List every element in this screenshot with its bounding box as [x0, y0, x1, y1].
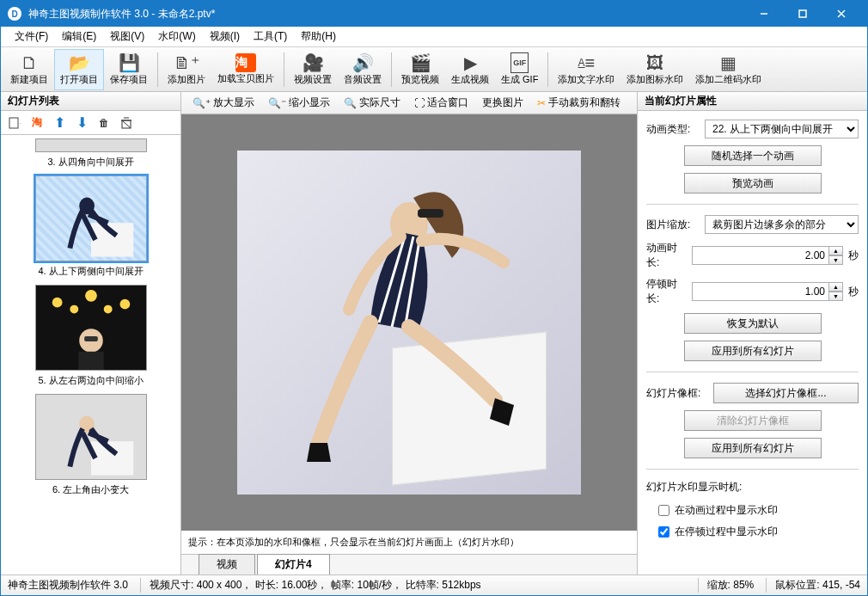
reset-default-button[interactable]: 恢复为默认 [684, 313, 822, 334]
svg-rect-1 [799, 10, 806, 17]
toolbar-separator [284, 52, 284, 87]
qrcode-watermark-button[interactable]: ▦添加二维码水印 [689, 49, 767, 90]
menu-file[interactable]: 文件(F) [8, 27, 55, 46]
center-panel: 🔍⁺放大显示 🔍⁻缩小显示 🔍实际尺寸 ⛶适合窗口 更换图片 ✂手动裁剪和翻转 [181, 92, 637, 574]
properties-title: 当前幻灯片属性 [638, 92, 867, 111]
minimize-button[interactable] [744, 1, 783, 27]
menubar: 文件(F) 编辑(E) 视图(V) 水印(W) 视频(I) 工具(T) 帮助(H… [1, 27, 867, 47]
menu-tools[interactable]: 工具(T) [247, 27, 294, 46]
maximize-button[interactable] [783, 1, 822, 27]
generate-gif-button[interactable]: GIF生成 GIF [495, 49, 544, 90]
manual-crop-button[interactable]: ✂手动裁剪和翻转 [531, 93, 627, 113]
fit-window-button[interactable]: ⛶适合窗口 [408, 93, 474, 113]
menu-video[interactable]: 视频(I) [203, 27, 247, 46]
slide-frame-label: 幻灯片像框: [646, 386, 708, 401]
spin-down-button[interactable]: ▼ [829, 292, 843, 301]
menu-help[interactable]: 帮助(H) [294, 27, 343, 46]
generate-video-button[interactable]: ▶生成视频 [445, 49, 495, 90]
zoom-in-button[interactable]: 🔍⁺放大显示 [186, 93, 260, 113]
spin-up-button[interactable]: ▲ [829, 282, 843, 292]
image-scale-select[interactable]: 裁剪图片边缘多余的部分 [705, 215, 859, 234]
pause-duration-input[interactable] [692, 282, 829, 301]
slide-list-toolbar: + 淘 ⬆ ⬇ 🗑 [1, 111, 180, 135]
preview-anim-button[interactable]: 预览动画 [684, 173, 822, 194]
save-project-button[interactable]: 💾保存项目 [104, 49, 154, 90]
select-frame-button[interactable]: 选择幻灯片像框... [713, 383, 859, 403]
slide-item[interactable]: 5. 从左右两边向中间缩小 [4, 285, 177, 387]
app-logo-icon: D [8, 7, 21, 21]
toolbar-separator [547, 52, 548, 87]
random-anim-button[interactable]: 随机选择一个动画 [684, 145, 822, 166]
tab-slide[interactable]: 幻灯片4 [257, 554, 330, 574]
file-open-icon: 📂 [69, 52, 90, 73]
load-taobao-image-button[interactable]: 淘加载宝贝图片 [211, 49, 280, 90]
unit-seconds: 秒 [848, 249, 859, 263]
spin-down-button[interactable]: ▼ [829, 255, 843, 265]
status-video-info: 视频尺寸: 400 x 400， 时长: 16.00秒， 帧率: 10帧/秒， … [140, 578, 481, 593]
anim-duration-input[interactable] [692, 246, 829, 265]
svg-point-15 [70, 305, 78, 314]
anim-type-select[interactable]: 22. 从上下两侧向中间展开 [705, 120, 859, 138]
slide-thumbnail [35, 394, 147, 480]
slide-label: 4. 从上下两侧向中间展开 [4, 265, 177, 278]
audio-settings-icon: 🔊 [352, 52, 374, 73]
generate-video-icon: ▶ [464, 52, 477, 73]
preview-video-button[interactable]: 🎬预览视频 [395, 49, 445, 90]
workspace: 幻灯片列表 + 淘 ⬆ ⬇ 🗑 3. 从四角向中间展开 4. 从上下两侧向中间展… [1, 92, 867, 574]
toolbar-separator [157, 52, 158, 87]
open-project-button[interactable]: 📂打开项目 [54, 49, 104, 90]
menu-edit[interactable]: 编辑(E) [55, 27, 103, 46]
add-image-button[interactable]: 🗎⁺添加图片 [162, 49, 211, 90]
menu-view[interactable]: 视图(V) [103, 27, 151, 46]
fit-window-icon: ⛶ [414, 97, 425, 109]
new-project-button[interactable]: 🗋新建项目 [4, 49, 54, 90]
audio-settings-button[interactable]: 🔊音频设置 [338, 49, 388, 90]
zoom-out-button[interactable]: 🔍⁻缩小显示 [262, 93, 336, 113]
delete-slide-button[interactable]: 🗑 [95, 114, 113, 132]
text-watermark-icon: A≡ [578, 52, 596, 73]
slide-item-selected[interactable]: 4. 从上下两侧向中间展开 [4, 175, 177, 278]
status-zoom: 缩放: 85% [698, 578, 755, 593]
actual-size-button[interactable]: 🔍实际尺寸 [338, 93, 406, 113]
window-title: 神奇主图视频制作软件 3.0 - 未命名2.ptv* [28, 7, 744, 22]
pause-duration-label: 停顿时长: [646, 277, 687, 306]
apply-all-slides-button[interactable]: 应用到所有幻灯片 [684, 341, 822, 361]
zoom-in-icon: 🔍⁺ [193, 97, 211, 109]
svg-rect-22 [418, 209, 443, 218]
add-slide-button[interactable]: + [6, 114, 23, 132]
gif-icon: GIF [510, 52, 529, 73]
status-app-name: 神奇主图视频制作软件 3.0 [8, 578, 128, 593]
slide-item[interactable]: 6. 左上角由小变大 [4, 394, 177, 496]
svg-text:+: + [20, 118, 21, 129]
show-wm-during-anim-checkbox[interactable]: 在动画过程中显示水印 [658, 503, 859, 518]
file-new-icon: 🗋 [21, 52, 38, 73]
tab-video[interactable]: 视频 [199, 554, 255, 574]
spin-up-button[interactable]: ▲ [829, 246, 843, 255]
slide-label: 3. 从四角向中间展开 [4, 156, 177, 169]
replace-image-button[interactable]: 更换图片 [476, 93, 529, 113]
slide-list[interactable]: 3. 从四角向中间展开 4. 从上下两侧向中间展开 5. 从左右两边向中间缩小 [1, 135, 180, 574]
anim-duration-label: 动画时长: [646, 241, 687, 270]
titlebar: D 神奇主图视频制作软件 3.0 - 未命名2.ptv* [1, 1, 867, 27]
slide-list-title: 幻灯片列表 [1, 92, 180, 111]
svg-rect-20 [90, 441, 132, 475]
close-button[interactable] [822, 1, 860, 27]
clear-frame-button[interactable]: 清除幻灯片像框 [684, 410, 822, 431]
show-wm-during-pause-checkbox[interactable]: 在停顿过程中显示水印 [658, 525, 859, 539]
clear-slides-button[interactable] [118, 114, 135, 132]
svg-rect-19 [84, 336, 98, 341]
canvas-area[interactable] [181, 114, 637, 531]
preview-icon: 🎬 [410, 52, 431, 73]
text-watermark-button[interactable]: A≡添加文字水印 [552, 49, 620, 90]
apply-all-frame-button[interactable]: 应用到所有幻灯片 [684, 438, 822, 458]
slide-item[interactable]: 3. 从四角向中间展开 [4, 138, 177, 169]
move-down-button[interactable]: ⬇ [73, 114, 90, 132]
video-settings-button[interactable]: 🎥视频设置 [288, 49, 338, 90]
move-up-button[interactable]: ⬆ [51, 114, 68, 132]
slide-thumbnail [35, 285, 147, 371]
svg-point-13 [85, 290, 97, 302]
slide-label: 6. 左上角由小变大 [4, 483, 177, 496]
icon-watermark-button[interactable]: 🖼添加图标水印 [620, 49, 689, 90]
taobao-small-button[interactable]: 淘 [28, 114, 46, 132]
menu-watermark[interactable]: 水印(W) [151, 27, 202, 46]
